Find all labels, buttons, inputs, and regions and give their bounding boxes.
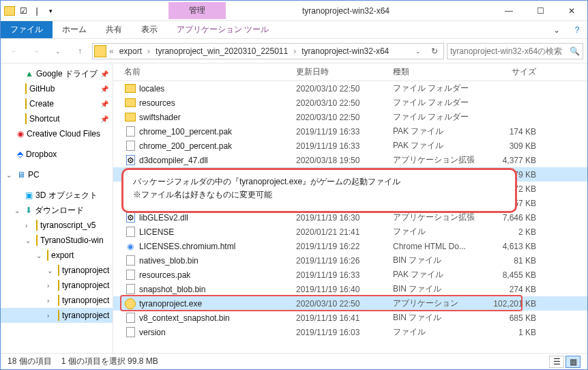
tree-item-icon: [58, 296, 59, 305]
home-tab[interactable]: ホーム: [53, 21, 96, 38]
file-row[interactable]: LICENSE2020/01/21 21:41ファイル2 KB: [113, 225, 587, 239]
breadcrumb-item[interactable]: tyranoproject-win32-x64: [299, 46, 392, 56]
chevron-right-icon[interactable]: ›: [146, 46, 151, 56]
file-type: ファイル フォルダー: [393, 83, 482, 94]
file-row[interactable]: chrome_200_percent.pak2019/11/19 16:33PA…: [113, 139, 587, 153]
file-size: 7,646 KB: [482, 213, 543, 223]
tree-item-icon: [36, 220, 38, 230]
forward-button[interactable]: →: [27, 42, 46, 61]
ribbon-expand-button[interactable]: ⌄: [546, 21, 567, 38]
quick-access-toolbar: ☑ | ▾: [1, 5, 59, 17]
qat-dropdown-icon[interactable]: ▾: [44, 5, 57, 17]
file-row[interactable]: snapshot_blob.bin2019/11/19 16:40BIN ファイ…: [113, 282, 587, 296]
tree-item[interactable]: ⌄export: [1, 248, 113, 263]
tree-item-icon: [25, 114, 27, 124]
share-tab[interactable]: 共有: [96, 21, 132, 38]
file-row[interactable]: natives_blob.bin2019/11/19 16:26BIN ファイル…: [113, 253, 587, 268]
status-selection: 1 個の項目を選択 99.8 MB: [61, 356, 158, 367]
column-date[interactable]: 更新日時: [296, 66, 393, 78]
file-date: 2019/11/19 16:33: [296, 127, 393, 137]
file-tab[interactable]: ファイル: [1, 21, 53, 38]
callout-line1: パッケージフォルダの中の『tyranoproject.exe』がゲームの起動ファ…: [133, 175, 505, 188]
tree-item[interactable]: ▣3D オブジェクト: [1, 188, 113, 203]
file-size: 4,377 KB: [482, 156, 543, 165]
tree-item[interactable]: ⬘Dropbox: [1, 147, 113, 162]
expand-icon[interactable]: ›: [25, 222, 33, 229]
file-icon: ⚙: [124, 155, 136, 166]
tree-item[interactable]: ⌄🖥PC: [1, 167, 113, 182]
dropdown-icon[interactable]: ⌄: [411, 44, 426, 59]
tree-item[interactable]: GitHub📌: [1, 81, 113, 96]
file-list-pane: 名前 更新日時 種類 サイズ パッケージフォルダの中の『tyranoprojec…: [113, 63, 587, 353]
file-row[interactable]: ⚙d3dcompiler_47.dll2020/03/18 19:50アプリケー…: [113, 153, 587, 167]
column-type[interactable]: 種類: [393, 66, 482, 78]
file-type: ファイル フォルダー: [393, 111, 482, 123]
expand-icon[interactable]: ⌄: [25, 237, 33, 244]
navigation-pane[interactable]: ▲Google ドライブ📌GitHub📌Create📌Shortcut📌◉Cre…: [1, 63, 113, 353]
file-row[interactable]: swiftshader2020/03/10 22:50ファイル フォルダー: [113, 110, 587, 124]
search-box[interactable]: 🔍: [447, 43, 583, 59]
expand-icon[interactable]: ⌄: [14, 207, 23, 214]
expand-icon[interactable]: ⌄: [36, 252, 44, 259]
tree-item[interactable]: ⌄TyranoStudio-win: [1, 233, 113, 248]
help-icon[interactable]: ?: [567, 21, 587, 38]
file-type: アプリケーション: [393, 298, 482, 309]
file-row[interactable]: version2019/11/19 16:03ファイル1 KB: [113, 325, 587, 339]
expand-icon[interactable]: ⌄: [47, 267, 55, 274]
file-name: chrome_100_percent.pak: [139, 127, 296, 137]
search-icon[interactable]: 🔍: [570, 46, 580, 56]
qat-divider: |: [31, 5, 43, 17]
details-view-button[interactable]: ☰: [549, 356, 564, 368]
back-button[interactable]: ←: [5, 42, 24, 61]
file-name: resources: [139, 98, 296, 108]
tree-item[interactable]: ›tyranoscript_v5: [1, 218, 113, 233]
minimize-button[interactable]: —: [493, 1, 525, 21]
app-tools-tab[interactable]: アプリケーション ツール: [167, 21, 278, 38]
view-tab[interactable]: 表示: [132, 21, 167, 38]
column-name[interactable]: 名前: [124, 66, 296, 78]
maximize-button[interactable]: ☐: [525, 1, 556, 21]
expand-icon[interactable]: ›: [47, 282, 55, 289]
search-input[interactable]: [450, 46, 570, 56]
tree-item[interactable]: ▲Google ドライブ📌: [1, 66, 113, 81]
file-row[interactable]: locales2020/03/10 22:50ファイル フォルダー: [113, 81, 587, 96]
file-row[interactable]: resources2020/03/10 22:50ファイル フォルダー: [113, 96, 587, 110]
tree-item[interactable]: ›tyranoproject: [1, 308, 113, 323]
tree-item[interactable]: ⌄⬇ダウンロード: [1, 203, 113, 218]
tree-item[interactable]: Create📌: [1, 96, 113, 111]
tree-item[interactable]: ⌄tyranoproject: [1, 263, 113, 278]
up-button[interactable]: ↑: [70, 42, 89, 61]
large-icons-view-button[interactable]: ▦: [565, 356, 580, 368]
pin-icon: 📌: [100, 85, 108, 93]
tree-item[interactable]: Shortcut📌: [1, 111, 113, 126]
file-icon: [124, 227, 136, 238]
chevron-right-icon[interactable]: «: [108, 46, 115, 56]
file-type: アプリケーション拡張: [393, 212, 482, 223]
breadcrumb-item[interactable]: export: [117, 46, 145, 56]
column-size[interactable]: サイズ: [482, 66, 543, 78]
file-row[interactable]: chrome_100_percent.pak2019/11/19 16:33PA…: [113, 124, 587, 139]
expand-icon[interactable]: ›: [47, 297, 55, 304]
tree-item[interactable]: ◉Creative Cloud Files: [1, 126, 113, 141]
properties-icon[interactable]: ☑: [17, 5, 29, 17]
breadcrumb-item[interactable]: tyranoproject_win_2020310_225011: [153, 46, 291, 56]
recent-dropdown[interactable]: ⌄: [48, 42, 68, 61]
expand-icon[interactable]: ›: [47, 312, 55, 319]
tree-item-icon: ▲: [25, 69, 33, 79]
file-row[interactable]: resources.pak2019/11/19 16:33PAK ファイル8,4…: [113, 268, 587, 282]
navigation-bar: ← → ⌄ ↑ « export › tyranoproject_win_202…: [1, 39, 587, 63]
title-bar: ☑ | ▾ 管理 tyranoproject-win32-x64 — ☐ ✕: [1, 1, 587, 21]
file-row[interactable]: ◉LICENSES.chromium.html2019/11/19 16:22C…: [113, 239, 587, 253]
file-date: 2020/03/10 22:50: [296, 98, 393, 108]
chevron-right-icon[interactable]: ›: [292, 46, 297, 56]
column-headers[interactable]: 名前 更新日時 種類 サイズ: [113, 63, 587, 81]
close-button[interactable]: ✕: [556, 1, 587, 21]
address-bar[interactable]: « export › tyranoproject_win_2020310_225…: [92, 43, 444, 59]
tree-item[interactable]: ›tyranoproject: [1, 293, 113, 308]
file-date: 2020/03/10 22:50: [296, 299, 393, 309]
tree-item[interactable]: ›tyranoproject: [1, 278, 113, 293]
file-row[interactable]: v8_context_snapshot.bin2019/11/19 16:41B…: [113, 311, 587, 325]
file-row[interactable]: tyranoproject.exe2020/03/10 22:50アプリケーショ…: [113, 296, 587, 311]
expand-icon[interactable]: ⌄: [6, 171, 14, 179]
refresh-icon[interactable]: ↻: [427, 44, 442, 59]
